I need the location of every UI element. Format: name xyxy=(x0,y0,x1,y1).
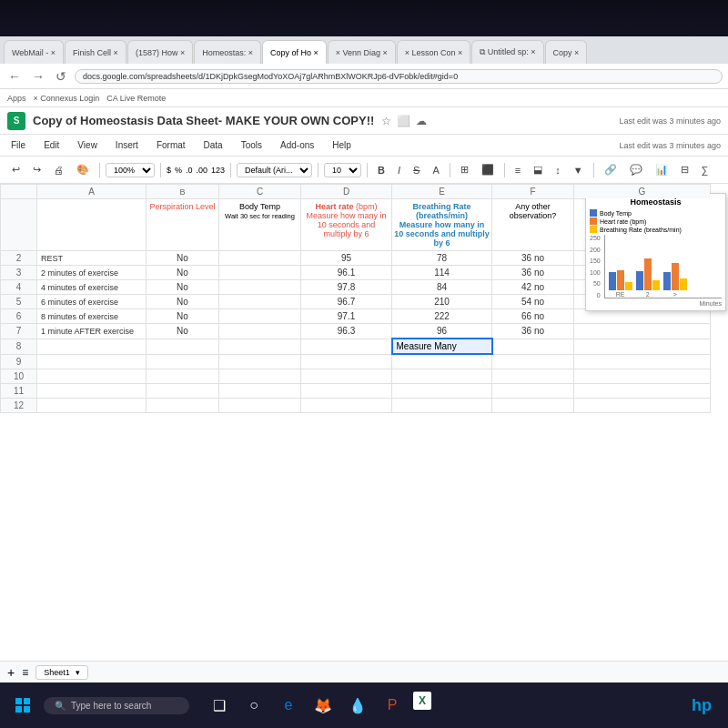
tab-homeo[interactable]: Homeostas: × xyxy=(194,40,261,64)
cell-F2[interactable]: 36 no xyxy=(492,251,574,266)
cell-D12[interactable] xyxy=(301,398,392,412)
cell-B5[interactable]: No xyxy=(147,295,219,309)
cell-G8[interactable] xyxy=(574,339,711,354)
cell-A2[interactable]: REST xyxy=(37,251,147,266)
cell-B4[interactable]: No xyxy=(147,280,219,295)
col-header-D[interactable]: D xyxy=(301,185,392,199)
cell-F11[interactable] xyxy=(492,383,574,398)
forward-button[interactable]: → xyxy=(29,69,47,84)
align-button[interactable]: ≡ xyxy=(511,163,525,177)
wrap-button[interactable]: ↕ xyxy=(551,163,565,177)
cell-E12[interactable] xyxy=(392,398,492,412)
menu-file[interactable]: File xyxy=(7,138,29,152)
col-b-header[interactable]: Perspiration Level xyxy=(147,199,219,251)
col-f-header[interactable]: Any other observation? xyxy=(492,199,574,251)
comment-button[interactable]: 💬 xyxy=(625,162,647,177)
menu-addons[interactable]: Add-ons xyxy=(277,138,318,152)
valign-button[interactable]: ⬓ xyxy=(529,162,547,177)
star-icon[interactable]: ☆ xyxy=(381,115,391,127)
tab-how[interactable]: (1587) How × xyxy=(127,40,193,64)
tab-webmail[interactable]: WebMail - × xyxy=(4,40,64,64)
connexus-login[interactable]: × Connexus Login xyxy=(34,94,100,103)
cell-B10[interactable] xyxy=(147,369,219,383)
cell-A4[interactable]: 4 minutes of exercise xyxy=(37,280,147,295)
font-select[interactable]: Default (Ari... xyxy=(237,163,312,177)
col-header-C[interactable]: C xyxy=(219,185,301,199)
col-header-B[interactable]: B xyxy=(147,185,219,199)
undo-button[interactable]: ↩ xyxy=(7,162,25,177)
cell-E5[interactable]: 210 xyxy=(392,295,492,309)
menu-help[interactable]: Help xyxy=(329,138,355,152)
cell-C12[interactable] xyxy=(219,398,301,412)
redo-button[interactable]: ↪ xyxy=(28,162,46,177)
sheet-tab-1[interactable]: Sheet1 ▾ xyxy=(35,665,88,680)
zoom-select[interactable]: 100% xyxy=(106,163,155,177)
cell-C8[interactable] xyxy=(219,339,301,354)
back-button[interactable]: ← xyxy=(5,69,24,84)
cell-C9[interactable] xyxy=(219,354,301,369)
cell-B12[interactable] xyxy=(147,398,219,412)
menu-format[interactable]: Format xyxy=(153,138,189,152)
firefox-icon[interactable]: 🦊 xyxy=(309,692,337,719)
cell-G10[interactable] xyxy=(574,369,711,383)
cell-G9[interactable] xyxy=(574,354,711,369)
tab-copy[interactable]: Copy × xyxy=(545,40,588,64)
col-e-header[interactable]: Breathing Rate(breaths/min)Measure how m… xyxy=(392,199,492,251)
taskview-button[interactable]: ❑ xyxy=(206,692,233,719)
cell-A10[interactable] xyxy=(37,369,147,383)
tab-venn[interactable]: × Venn Diag × xyxy=(328,40,396,64)
cell-B2[interactable]: No xyxy=(147,251,219,266)
sheets-menu-icon[interactable]: ≡ xyxy=(22,666,28,679)
cell-F6[interactable]: 66 no xyxy=(492,309,574,324)
add-sheet-button[interactable]: + xyxy=(7,665,15,680)
underline-button[interactable]: A xyxy=(428,163,443,177)
taskbar-search-box[interactable]: 🔍 Type here to search xyxy=(44,697,189,714)
menu-data[interactable]: Data xyxy=(200,138,227,152)
cell-G11[interactable] xyxy=(574,383,711,398)
cell-D8[interactable] xyxy=(301,339,392,354)
cell-E11[interactable] xyxy=(392,383,492,398)
cell-F8[interactable] xyxy=(492,339,574,354)
col-d-header[interactable]: Heart rate (bpm)Measure how many in 10 s… xyxy=(301,199,392,251)
cell-B6[interactable]: No xyxy=(147,309,219,324)
italic-button[interactable]: I xyxy=(393,163,405,177)
cell-B3[interactable]: No xyxy=(147,266,219,280)
cell-D5[interactable]: 96.7 xyxy=(301,295,392,309)
tab-finish-cell[interactable]: Finish Cell × xyxy=(65,40,126,64)
ca-live-remote[interactable]: CA Live Remote xyxy=(106,94,166,103)
cell-E7[interactable]: 96 xyxy=(392,324,492,339)
cell-E3[interactable]: 114 xyxy=(392,266,492,280)
cell-C6[interactable] xyxy=(219,309,301,324)
cell-E6[interactable]: 222 xyxy=(392,309,492,324)
dropbox-icon[interactable]: 💧 xyxy=(344,692,371,719)
cell-A12[interactable] xyxy=(37,398,147,412)
cell-C11[interactable] xyxy=(219,383,301,398)
cell-C2[interactable] xyxy=(219,251,301,266)
cell-B7[interactable]: No xyxy=(147,324,219,339)
cell-E2[interactable]: 78 xyxy=(392,251,492,266)
cell-D10[interactable] xyxy=(301,369,392,383)
folder-icon[interactable]: ⬜ xyxy=(397,115,410,127)
bold-button[interactable]: B xyxy=(373,163,389,177)
homeostasis-chart[interactable]: Homeostasis Body Temp Heart rate (bpm) xyxy=(585,193,726,311)
strikethrough-button[interactable]: S xyxy=(409,163,424,177)
filter-button[interactable]: ⊟ xyxy=(676,162,693,177)
cell-D11[interactable] xyxy=(301,383,392,398)
menu-insert[interactable]: Insert xyxy=(112,138,142,152)
cell-F4[interactable]: 42 no xyxy=(492,280,574,295)
cell-F5[interactable]: 54 no xyxy=(492,295,574,309)
size-select[interactable]: 10 xyxy=(324,163,361,177)
print-button[interactable]: 🖨 xyxy=(49,163,68,177)
tab-copy-ho[interactable]: Copy of Ho × xyxy=(262,40,327,64)
menu-edit[interactable]: Edit xyxy=(40,138,63,152)
cell-D3[interactable]: 96.1 xyxy=(301,266,392,280)
cell-G12[interactable] xyxy=(574,398,711,412)
function-button[interactable]: ∑ xyxy=(697,163,713,177)
cell-E9[interactable] xyxy=(392,354,492,369)
col-header-F[interactable]: F xyxy=(492,185,574,199)
cell-A7[interactable]: 1 minute AFTER exercise xyxy=(37,324,147,339)
cell-A11[interactable] xyxy=(37,383,147,398)
col-c-header[interactable]: Body TempWait 30 sec for reading xyxy=(219,199,301,251)
more-button[interactable]: ▼ xyxy=(569,163,588,177)
cell-B8[interactable] xyxy=(147,339,219,354)
